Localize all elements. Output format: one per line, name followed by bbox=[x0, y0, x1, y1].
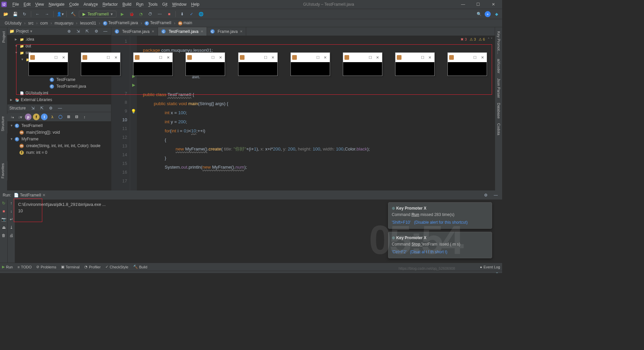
collapse-icon[interactable]: ⇱ bbox=[38, 104, 46, 112]
stripe-project[interactable]: Project bbox=[1, 29, 6, 45]
locate-icon[interactable]: ⊕ bbox=[65, 28, 73, 35]
exit-icon[interactable]: ⏏ bbox=[2, 225, 6, 230]
up-icon[interactable]: ↑ bbox=[10, 201, 12, 206]
print-icon[interactable]: 🖨 bbox=[9, 233, 13, 238]
crumb-4[interactable]: lesson01 bbox=[79, 21, 98, 26]
hammer-icon[interactable]: 🔨 bbox=[69, 10, 77, 18]
code-area[interactable]: package com.muquanyu.lesson01; awt. publ… bbox=[137, 36, 495, 190]
search-icon[interactable]: 🔍 bbox=[475, 10, 483, 18]
bt-eventlog[interactable]: ● Event Log bbox=[480, 265, 500, 269]
camera-icon[interactable]: 📷 bbox=[1, 217, 6, 222]
menu-window[interactable]: Window bbox=[170, 2, 189, 7]
project-tree[interactable]: ▶📁.idea ▼📁out ▼📁src ▼📁 CTestFrame CTestF… bbox=[7, 35, 111, 104]
crumb-3[interactable]: muquanyu bbox=[53, 21, 75, 26]
git-commit-icon[interactable]: ✓ bbox=[188, 10, 195, 18]
forward-icon[interactable]: → bbox=[43, 10, 51, 18]
add-icon[interactable]: + bbox=[485, 11, 491, 17]
stripe-codota[interactable]: Codota bbox=[496, 121, 501, 137]
attach-icon[interactable]: ⋯ bbox=[156, 10, 163, 18]
sort-vis-icon[interactable]: ↓v bbox=[17, 114, 23, 120]
refresh-icon[interactable]: ↻ bbox=[21, 10, 28, 18]
down-icon[interactable]: ↓ bbox=[10, 209, 12, 214]
show-fields-icon[interactable]: f bbox=[33, 114, 40, 120]
crumb-2[interactable]: com bbox=[39, 21, 49, 26]
open-icon[interactable]: 📂 bbox=[2, 10, 9, 18]
bt-problems[interactable]: ⊘ Problems bbox=[36, 265, 56, 269]
crumb-7[interactable]: mmain bbox=[177, 20, 194, 26]
console-output[interactable]: C:\Environment\java\jdk1.8_291\bin\java.… bbox=[15, 200, 502, 263]
stop-icon[interactable]: ■ bbox=[2, 209, 5, 214]
bt-run[interactable]: ▶Run bbox=[2, 265, 13, 269]
show-inherited-icon[interactable]: I bbox=[41, 114, 48, 120]
status-icon[interactable]: ▣ bbox=[3, 272, 6, 273]
expand-icon[interactable]: ⇲ bbox=[29, 104, 37, 112]
stop-icon[interactable]: ■ bbox=[165, 10, 173, 18]
close-icon[interactable]: ✕ bbox=[152, 30, 154, 33]
notification-keypromoter-run[interactable]: ⊕ Key Promoter X Command Run missed 283 … bbox=[388, 202, 492, 229]
debug-icon[interactable]: 🐞 bbox=[128, 10, 135, 18]
tab-testframeii[interactable]: CTestFrameII.java✕ bbox=[158, 27, 207, 36]
menu-analyze[interactable]: Analyze bbox=[81, 2, 100, 7]
save-icon[interactable]: 💾 bbox=[11, 10, 19, 18]
run-gutter-icon[interactable]: ▶ bbox=[130, 72, 137, 81]
coverage-icon[interactable]: ◔ bbox=[137, 10, 145, 18]
structure-tree[interactable]: ▼CTestFrameII mmain(String[]): void ▼CMy… bbox=[7, 122, 111, 190]
tab-frame[interactable]: CFrame.java✕ bbox=[207, 27, 246, 36]
collapse-all-icon[interactable]: ⊟ bbox=[73, 114, 80, 120]
hide-icon[interactable]: — bbox=[56, 104, 64, 112]
show-properties-icon[interactable]: p bbox=[25, 114, 32, 120]
menu-help[interactable]: Help bbox=[189, 2, 202, 7]
status-eol[interactable]: CRLF bbox=[442, 273, 451, 273]
close-icon[interactable]: ✕ bbox=[201, 30, 203, 33]
inspection-widget[interactable]: ✖ 3 ⚠ 3 ⚠ 6 ˄ ˅ bbox=[461, 37, 493, 42]
collapse-icon[interactable]: ⇱ bbox=[84, 28, 91, 35]
scroll-icon[interactable]: ⤓ bbox=[10, 225, 13, 230]
anon-icon[interactable]: ◯ bbox=[57, 114, 64, 120]
run-icon[interactable]: ▶ bbox=[118, 10, 126, 18]
bt-todo[interactable]: ≡ TODO bbox=[17, 265, 32, 269]
bt-terminal[interactable]: ▣ Terminal bbox=[61, 265, 80, 269]
stripe-structure[interactable]: Structure bbox=[0, 114, 5, 133]
close-icon[interactable]: ✕ bbox=[240, 30, 243, 33]
status-lock-icon[interactable]: 🔓 bbox=[495, 272, 499, 273]
translate-icon[interactable]: 🌐 bbox=[197, 10, 205, 18]
stripe-jsonparser[interactable]: Json Parser bbox=[496, 76, 501, 100]
bt-profiler[interactable]: ◔ Profiler bbox=[84, 265, 101, 269]
menu-run[interactable]: Run bbox=[134, 2, 146, 7]
rerun-icon[interactable]: ↻ bbox=[2, 201, 5, 206]
close-button[interactable]: ✕ bbox=[486, 0, 501, 9]
menu-build[interactable]: Build bbox=[120, 2, 134, 7]
sort-icon[interactable]: ↓ₐ bbox=[9, 114, 15, 120]
status-indent[interactable]: 4 spaces bbox=[474, 273, 489, 273]
expand-all-icon[interactable]: ⊞ bbox=[65, 114, 72, 120]
notification-keypromoter-stop[interactable]: ⊕ Key Promoter X Command Stop 'estFram i… bbox=[388, 232, 492, 258]
editor-body[interactable]: 1 789 10 111213 14151617 ▶ ▶ 💡 package c… bbox=[111, 36, 495, 190]
wrap-icon[interactable]: ↵ bbox=[10, 217, 13, 222]
stripe-database[interactable]: Database bbox=[496, 101, 501, 121]
menu-refactor[interactable]: Refactor bbox=[100, 2, 120, 7]
run-gutter-icon[interactable]: ▶ bbox=[130, 81, 137, 89]
menu-code[interactable]: Code bbox=[67, 2, 81, 7]
crumb-6[interactable]: CTestFrameII bbox=[143, 20, 172, 26]
gear-icon[interactable]: ⚙ bbox=[482, 191, 489, 199]
avatar-icon[interactable]: 👤▾ bbox=[56, 10, 64, 18]
crumb-5[interactable]: CTestFrameII.java bbox=[102, 20, 140, 26]
stripe-aixcoder[interactable]: aiXcoder bbox=[496, 57, 501, 75]
stripe-keypromoter[interactable]: Key Promot… bbox=[496, 29, 501, 56]
menu-tools[interactable]: Tools bbox=[146, 2, 160, 7]
menu-git[interactable]: Git bbox=[160, 2, 170, 7]
bulb-icon[interactable]: 💡 bbox=[130, 107, 137, 116]
ide-updates-icon[interactable]: ◆ bbox=[493, 10, 500, 18]
git-update-icon[interactable]: ⬇ bbox=[178, 10, 186, 18]
crumb-1[interactable]: src bbox=[27, 21, 35, 26]
run-config-select[interactable]: ▶ TestFrameII ▾ bbox=[79, 11, 116, 17]
menu-view[interactable]: View bbox=[33, 2, 46, 7]
stripe-favorites[interactable]: Favorites bbox=[0, 161, 5, 180]
bt-build[interactable]: 🔨 Build bbox=[133, 265, 147, 269]
status-encoding[interactable]: UTF-8 bbox=[458, 273, 468, 273]
back-icon[interactable]: ← bbox=[34, 10, 41, 18]
expand-icon[interactable]: ⇲ bbox=[74, 28, 82, 35]
status-caret[interactable]: 10:10 (870 chars, 40 line breaks) bbox=[382, 273, 436, 273]
maximize-button[interactable]: ☐ bbox=[471, 0, 486, 9]
crumb-0[interactable]: GUIstudy bbox=[3, 21, 23, 26]
